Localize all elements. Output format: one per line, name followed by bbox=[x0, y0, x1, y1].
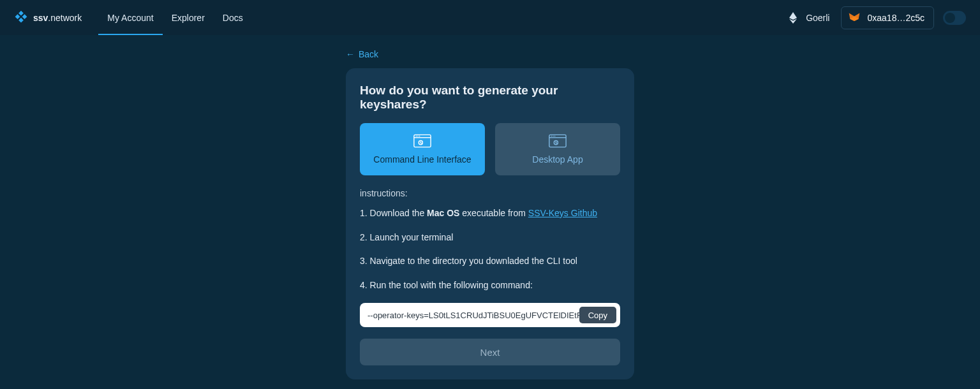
theme-toggle[interactable] bbox=[943, 11, 966, 25]
svg-marker-4 bbox=[789, 12, 797, 20]
copy-button[interactable]: Copy bbox=[579, 307, 616, 323]
svg-rect-2 bbox=[22, 14, 27, 19]
keyshares-card: How do you want to generate your keyshar… bbox=[346, 68, 634, 379]
moon-icon bbox=[946, 13, 954, 21]
network-indicator[interactable]: Goerli bbox=[789, 12, 829, 24]
brand-mark-icon bbox=[14, 11, 28, 25]
card-title: How do you want to generate your keyshar… bbox=[360, 84, 620, 112]
arrow-left-icon: ← bbox=[346, 49, 355, 59]
command-input[interactable] bbox=[368, 311, 579, 320]
instructions-label: instructions: bbox=[360, 188, 620, 198]
svg-point-18 bbox=[554, 136, 556, 137]
svg-point-16 bbox=[551, 136, 553, 137]
network-name: Goerli bbox=[806, 13, 829, 23]
ethereum-icon bbox=[789, 12, 797, 24]
nav-link-explorer[interactable]: Explorer bbox=[163, 0, 214, 35]
option-cli-label: Command Line Interface bbox=[373, 154, 471, 165]
wallet-address: 0xaa18…2c5c bbox=[867, 13, 924, 23]
generation-options: Command Line Interface Desktop App bbox=[360, 123, 620, 175]
option-desktop-label: Desktop App bbox=[532, 154, 583, 165]
top-nav: ssv.network My Account Explorer Docs Goe… bbox=[0, 0, 980, 35]
nav-links: My Account Explorer Docs bbox=[98, 0, 251, 35]
svg-rect-1 bbox=[15, 14, 20, 19]
back-label: Back bbox=[359, 49, 378, 59]
brand-text: ssv.network bbox=[33, 13, 82, 23]
svg-point-11 bbox=[417, 136, 419, 137]
step-1: 1. Download the Mac OS executable from S… bbox=[360, 207, 620, 220]
main-area: ← Back How do you want to generate your … bbox=[0, 35, 980, 379]
back-link[interactable]: ← Back bbox=[346, 49, 634, 59]
nav-link-docs[interactable]: Docs bbox=[214, 0, 252, 35]
app-window-icon bbox=[549, 134, 567, 148]
svg-rect-3 bbox=[19, 17, 24, 22]
step-4: 4. Run the tool with the following comma… bbox=[360, 279, 620, 292]
terminal-window-icon bbox=[413, 134, 431, 148]
svg-point-17 bbox=[553, 136, 554, 137]
svg-point-10 bbox=[416, 136, 417, 137]
option-cli[interactable]: Command Line Interface bbox=[360, 123, 485, 175]
wallet-button[interactable]: 0xaa18…2c5c bbox=[841, 6, 934, 29]
metamask-icon bbox=[848, 11, 861, 24]
option-desktop[interactable]: Desktop App bbox=[495, 123, 620, 175]
nav-link-my-account[interactable]: My Account bbox=[98, 0, 162, 35]
step-3: 3. Navigate to the directory you downlad… bbox=[360, 255, 620, 268]
svg-rect-0 bbox=[19, 11, 24, 16]
next-button[interactable]: Next bbox=[360, 339, 620, 365]
command-row: Copy bbox=[360, 303, 620, 327]
step-2: 2. Launch your terminal bbox=[360, 231, 620, 244]
svg-point-12 bbox=[419, 136, 420, 137]
brand-logo[interactable]: ssv.network bbox=[14, 11, 82, 25]
ssv-keys-github-link[interactable]: SSV-Keys Github bbox=[528, 208, 597, 218]
